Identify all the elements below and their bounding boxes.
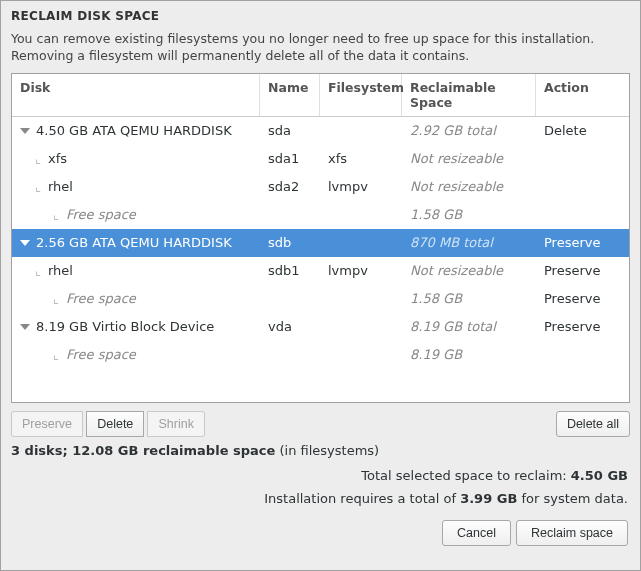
- expander-icon[interactable]: [20, 324, 30, 330]
- disk-row[interactable]: 2.56 GB ATA QEMU HARDDISKsdb870 MB total…: [12, 229, 629, 257]
- cell-reclaimable: 8.19 GB: [402, 347, 536, 362]
- cell-action: Preserve: [536, 319, 629, 334]
- cell-action: Preserve: [536, 291, 629, 306]
- total-pre: Total selected space to reclaim:: [361, 468, 571, 483]
- col-name[interactable]: Name: [260, 74, 320, 116]
- tree-branch-icon: ⌞: [52, 347, 60, 362]
- header-area: RECLAIM DISK SPACE You can remove existi…: [1, 1, 640, 73]
- tree-branch-icon: ⌞: [52, 291, 60, 306]
- disk-label: Free space: [66, 207, 136, 222]
- cell-disk: 8.19 GB Virtio Block Device: [12, 319, 260, 334]
- disk-row[interactable]: 4.50 GB ATA QEMU HARDDISKsda2.92 GB tota…: [12, 117, 629, 145]
- shrink-button[interactable]: Shrink: [147, 411, 204, 437]
- cell-reclaimable: 1.58 GB: [402, 207, 536, 222]
- cell-disk: 4.50 GB ATA QEMU HARDDISK: [12, 123, 260, 138]
- cell-disk: ⌞Free space: [12, 207, 260, 222]
- expander-icon[interactable]: [20, 128, 30, 134]
- delete-button[interactable]: Delete: [86, 411, 144, 437]
- disk-label: xfs: [48, 151, 67, 166]
- desc-line-2: Removing a filesystem will permanently d…: [11, 48, 469, 63]
- cell-reclaimable: 870 MB total: [402, 235, 536, 250]
- cell-reclaimable: 2.92 GB total: [402, 123, 536, 138]
- partition-row[interactable]: ⌞rhelsdb1lvmpvNot resizeablePreserve: [12, 257, 629, 285]
- cell-reclaimable: Not resizeable: [402, 263, 536, 278]
- cell-name: sdb: [260, 235, 320, 250]
- cell-disk: ⌞Free space: [12, 291, 260, 306]
- disk-label: 4.50 GB ATA QEMU HARDDISK: [36, 123, 232, 138]
- cell-reclaimable: Not resizeable: [402, 151, 536, 166]
- cell-disk: ⌞rhel: [12, 179, 260, 194]
- cell-name: sda: [260, 123, 320, 138]
- cell-reclaimable: 8.19 GB total: [402, 319, 536, 334]
- cell-reclaimable: Not resizeable: [402, 179, 536, 194]
- summary-line: 3 disks; 12.08 GB reclaimable space (in …: [1, 441, 640, 464]
- col-filesystem[interactable]: Filesystem: [320, 74, 402, 116]
- cell-name: sda2: [260, 179, 320, 194]
- tree-branch-icon: ⌞: [34, 179, 42, 194]
- cell-action: Preserve: [536, 263, 629, 278]
- cell-action: Preserve: [536, 235, 629, 250]
- disk-label: 8.19 GB Virtio Block Device: [36, 319, 214, 334]
- free-space-row[interactable]: ⌞Free space8.19 GB: [12, 341, 629, 369]
- row-action-group: Preserve Delete Shrink: [11, 411, 205, 437]
- partition-row[interactable]: ⌞rhelsda2lvmpvNot resizeable: [12, 173, 629, 201]
- disk-label: 2.56 GB ATA QEMU HARDDISK: [36, 235, 232, 250]
- tree-body: 4.50 GB ATA QEMU HARDDISKsda2.92 GB tota…: [12, 117, 629, 369]
- cell-filesystem: lvmpv: [320, 263, 402, 278]
- reclaim-space-button[interactable]: Reclaim space: [516, 520, 628, 546]
- cell-filesystem: lvmpv: [320, 179, 402, 194]
- dialog-reclaim-disk-space: RECLAIM DISK SPACE You can remove existi…: [0, 0, 641, 571]
- disk-label: Free space: [66, 291, 136, 306]
- install-req-line: Installation requires a total of 3.99 GB…: [1, 487, 640, 510]
- disk-row[interactable]: 8.19 GB Virtio Block Devicevda8.19 GB to…: [12, 313, 629, 341]
- row-actions-bar: Preserve Delete Shrink Delete all: [1, 403, 640, 441]
- install-post: for system data.: [517, 491, 628, 506]
- partition-row[interactable]: ⌞xfssda1xfsNot resizeable: [12, 145, 629, 173]
- disk-label: rhel: [48, 179, 73, 194]
- expander-icon[interactable]: [20, 240, 30, 246]
- desc-line-1: You can remove existing filesystems you …: [11, 31, 594, 46]
- disk-tree[interactable]: Disk Name Filesystem Reclaimable Space A…: [11, 73, 630, 403]
- cell-filesystem: xfs: [320, 151, 402, 166]
- install-bold: 3.99 GB: [460, 491, 517, 506]
- tree-header: Disk Name Filesystem Reclaimable Space A…: [12, 74, 629, 117]
- col-reclaimable[interactable]: Reclaimable Space: [402, 74, 536, 116]
- disk-label: Free space: [66, 347, 136, 362]
- col-action[interactable]: Action: [536, 74, 629, 116]
- preserve-button[interactable]: Preserve: [11, 411, 83, 437]
- delete-all-button[interactable]: Delete all: [556, 411, 630, 437]
- free-space-row[interactable]: ⌞Free space1.58 GB: [12, 201, 629, 229]
- total-bold: 4.50 GB: [571, 468, 628, 483]
- dialog-description: You can remove existing filesystems you …: [11, 31, 630, 65]
- dialog-actions: Cancel Reclaim space: [1, 510, 640, 558]
- cell-disk: 2.56 GB ATA QEMU HARDDISK: [12, 235, 260, 250]
- summary-bold: 3 disks; 12.08 GB reclaimable space: [11, 443, 275, 458]
- total-reclaim-line: Total selected space to reclaim: 4.50 GB: [1, 464, 640, 487]
- summary-rest: (in filesystems): [275, 443, 379, 458]
- install-pre: Installation requires a total of: [264, 491, 460, 506]
- cell-reclaimable: 1.58 GB: [402, 291, 536, 306]
- tree-branch-icon: ⌞: [52, 207, 60, 222]
- cell-disk: ⌞Free space: [12, 347, 260, 362]
- cancel-button[interactable]: Cancel: [442, 520, 511, 546]
- cell-name: vda: [260, 319, 320, 334]
- tree-branch-icon: ⌞: [34, 151, 42, 166]
- cell-name: sdb1: [260, 263, 320, 278]
- dialog-title: RECLAIM DISK SPACE: [11, 9, 630, 23]
- cell-disk: ⌞rhel: [12, 263, 260, 278]
- disk-label: rhel: [48, 263, 73, 278]
- col-disk[interactable]: Disk: [12, 74, 260, 116]
- free-space-row[interactable]: ⌞Free space1.58 GBPreserve: [12, 285, 629, 313]
- cell-action: Delete: [536, 123, 629, 138]
- cell-disk: ⌞xfs: [12, 151, 260, 166]
- cell-name: sda1: [260, 151, 320, 166]
- tree-branch-icon: ⌞: [34, 263, 42, 278]
